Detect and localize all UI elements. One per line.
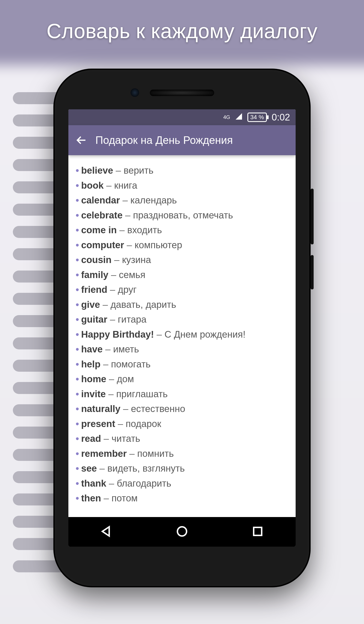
separator: – [100, 299, 110, 310]
separator: – [106, 374, 117, 384]
vocab-translation: входить [127, 225, 162, 235]
phone-speaker [150, 90, 214, 96]
bullet-icon: • [76, 478, 79, 489]
phone-front-camera [130, 88, 139, 97]
clock: 0:02 [272, 112, 290, 123]
vocab-word: come in [81, 225, 117, 235]
signal-icon [235, 112, 243, 122]
svg-rect-3 [254, 527, 262, 535]
bullet-icon: • [76, 284, 79, 295]
vocab-entry: •help – помогать [76, 357, 288, 372]
vocabulary-list[interactable]: •believe – верить•book – книга•calendar … [68, 155, 296, 513]
vocab-entry: •naturally – естественно [76, 401, 288, 416]
vocab-translation: дом [117, 374, 134, 384]
vocab-word: read [81, 433, 101, 444]
vocab-translation: верить [124, 165, 154, 176]
vocab-entry: •thank – благодарить [76, 476, 288, 491]
vocab-word: book [81, 180, 104, 191]
separator: – [107, 314, 118, 325]
promo-headline: Словарь к каждому диалогу [0, 19, 364, 43]
android-nav-bar [68, 517, 296, 546]
separator: – [101, 493, 111, 503]
vocab-translation: давать, дарить [110, 299, 176, 310]
vocab-entry: •remember – помнить [76, 446, 288, 461]
circle-home-icon [175, 524, 189, 538]
separator: – [124, 240, 135, 250]
separator: – [107, 284, 118, 295]
vocab-word: remember [81, 448, 127, 459]
bullet-icon: • [76, 344, 79, 354]
vocab-translation: потом [111, 493, 138, 503]
bullet-icon: • [76, 374, 79, 384]
bullet-icon: • [76, 329, 79, 339]
nav-recent-button[interactable] [251, 524, 264, 539]
vocab-word: thank [81, 478, 106, 489]
phone-side-button [311, 255, 314, 289]
bullet-icon: • [76, 418, 79, 429]
vocab-word: cousin [81, 255, 111, 265]
separator: – [111, 255, 122, 265]
vocab-translation: книга [114, 180, 137, 191]
separator: – [101, 359, 111, 369]
vocab-entry: •family – семья [76, 267, 288, 282]
separator: – [101, 433, 111, 444]
bullet-icon: • [76, 493, 79, 503]
network-label: 4G [223, 115, 230, 120]
vocab-translation: иметь [113, 344, 139, 354]
vocab-word: naturally [81, 403, 120, 414]
vocab-entry: •believe – верить [76, 163, 288, 178]
back-button[interactable] [75, 134, 88, 147]
vocab-entry: •then – потом [76, 491, 288, 506]
vocab-entry: •guitar – гитара [76, 312, 288, 327]
bullet-icon: • [76, 448, 79, 459]
vocab-word: believe [81, 165, 113, 176]
bullet-icon: • [76, 180, 79, 191]
vocab-entry: •celebrate – праздновать, отмечать [76, 208, 288, 223]
vocab-word: invite [81, 389, 106, 399]
svg-marker-1 [102, 527, 109, 536]
vocab-word: then [81, 493, 101, 503]
vocab-translation: календарь [130, 195, 177, 205]
separator: – [121, 403, 131, 414]
vocab-word: computer [81, 240, 124, 250]
battery-indicator: 34 % [247, 112, 267, 122]
vocab-word: see [81, 463, 97, 473]
vocab-entry: •read – читать [76, 431, 288, 446]
bullet-icon: • [76, 314, 79, 325]
vocab-translation: друг [118, 284, 137, 295]
separator: – [123, 210, 133, 220]
vocab-translation: подарок [126, 418, 161, 429]
bullet-icon: • [76, 389, 79, 399]
vocab-entry: •cousin – кузина [76, 252, 288, 267]
bullet-icon: • [76, 299, 79, 310]
vocab-translation: кузина [122, 255, 151, 265]
bullet-icon: • [76, 225, 79, 235]
vocab-translation: помогать [111, 359, 151, 369]
triangle-back-icon [100, 524, 113, 538]
vocab-entry: •come in – входить [76, 223, 288, 237]
separator: – [106, 389, 116, 399]
nav-home-button[interactable] [175, 524, 189, 539]
bullet-icon: • [76, 240, 79, 250]
vocab-translation: компьютер [135, 240, 182, 250]
separator: – [120, 195, 130, 205]
vocab-translation: С Днем рождения! [164, 329, 245, 339]
vocab-entry: •invite – приглашать [76, 387, 288, 401]
vocab-translation: видеть, взглянуть [107, 463, 185, 473]
separator: – [115, 418, 126, 429]
vocab-entry: •home – дом [76, 371, 288, 387]
nav-back-button[interactable] [100, 524, 113, 539]
phone-screen: 4G 34 % 0:02 Подарок на День Рождения •b… [68, 109, 296, 546]
vocab-translation: естественно [131, 403, 185, 414]
separator: – [104, 180, 114, 191]
phone-frame: 4G 34 % 0:02 Подарок на День Рождения •b… [53, 69, 311, 587]
app-bar: Подарок на День Рождения [68, 125, 296, 155]
vocab-translation: благодарить [117, 478, 171, 489]
vocab-entry: •friend – друг [76, 282, 288, 297]
separator: – [127, 448, 137, 459]
vocab-entry: •Happy Birthday! – С Днем рождения! [76, 327, 288, 342]
bullet-icon: • [76, 165, 79, 176]
vocab-word: help [81, 359, 100, 369]
arrow-left-icon [76, 135, 87, 146]
vocab-word: family [81, 269, 108, 280]
